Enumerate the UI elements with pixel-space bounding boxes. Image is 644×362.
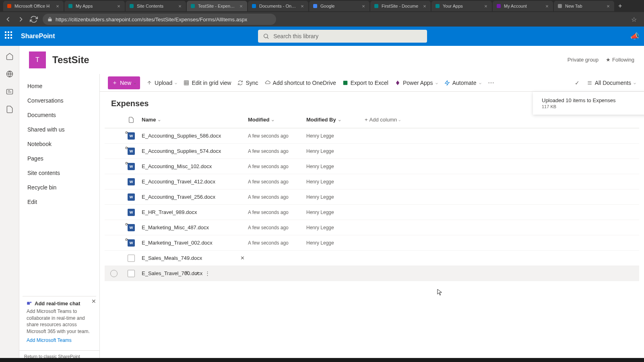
home-icon[interactable] [6,52,14,60]
details-toggle-icon[interactable]: ✓ [575,80,580,86]
chevron-down-icon: ⌵ [339,118,341,122]
address-bar[interactable]: https://citizenbuilders.sharepoint.com/s… [43,14,276,25]
select-circle[interactable] [110,270,118,277]
favicon [496,3,502,9]
nav-item[interactable]: Site contents [19,166,99,180]
suite-app-name[interactable]: SharePoint [21,33,55,40]
table-row[interactable]: W E_Accounting_Travel_412.docx A few sec… [105,174,639,189]
file-name[interactable]: E_HR_Travel_989.docx [142,209,197,215]
browser-tab[interactable]: Google× [309,1,369,11]
browser-tab[interactable]: My Account× [493,1,553,11]
plus-icon: ＋ [112,79,118,86]
nav-item[interactable]: Documents [19,108,99,122]
table-row[interactable]: W⟳ E_Marketing_Misc_487.docx A few secon… [105,220,639,235]
file-name[interactable]: E_Accounting_Travel_256.docx [142,194,215,200]
automate-button[interactable]: Automate ⌵ [444,80,481,86]
browser-tab[interactable]: Site Contents× [126,1,186,11]
browser-tab[interactable]: TestSite - Expenses× [187,1,247,11]
new-button[interactable]: ＋ New ⌵ [108,76,140,89]
nav-item[interactable]: Pages [19,151,99,166]
file-name[interactable]: E_Marketing_Misc_487.docx [142,224,209,230]
browser-tab[interactable]: My Apps× [64,1,125,11]
teams-icon [27,300,32,306]
export-excel-button[interactable]: Export to Excel [343,80,388,86]
following-button[interactable]: ★ Following [606,57,634,63]
nav-item[interactable]: Shared with us [19,122,99,137]
globe-icon[interactable] [6,70,14,78]
share-arrow-icon[interactable]: ↗ [195,270,199,276]
close-icon[interactable]: × [177,3,183,9]
close-icon[interactable]: × [483,3,489,9]
table-row[interactable]: W⟳ E_Accounting_Supplies_574.docx A few … [105,144,639,159]
view-selector[interactable]: All Documents ⌵ [587,80,636,86]
browser-tab[interactable]: Documents - OneD× [248,1,308,11]
forward-button[interactable] [17,15,25,23]
more-icon[interactable]: ⋮ [205,270,210,276]
close-icon[interactable]: × [605,3,611,9]
more-button[interactable]: ⋯ [488,79,495,86]
chevron-down-icon: ⌵ [479,80,481,85]
close-icon[interactable]: × [55,3,60,9]
close-icon[interactable]: ✕ [91,298,96,304]
table-row[interactable]: W⟳ E_Accounting_Misc_102.docx A few seco… [105,159,639,174]
table-row[interactable]: W⟳ E_Accounting_Supplies_586.docx A few … [105,128,639,144]
column-modified[interactable]: Modified ⌵ [248,117,306,123]
close-icon[interactable]: × [422,3,427,9]
site-logo[interactable]: T [29,51,46,68]
add-column-button[interactable]: + Add column ⌵ [365,117,400,123]
excel-icon [343,80,348,86]
bookmark-star-icon[interactable]: ☆ [631,16,640,23]
file-name[interactable]: E_Accounting_Supplies_574.docx [142,148,221,154]
megaphone-icon[interactable]: 📣 [630,32,639,41]
column-name[interactable]: Name ⌵ [139,117,248,123]
site-nav: HomeConversationsDocumentsShared with us… [19,74,100,362]
nav-item[interactable]: Edit [19,195,99,209]
close-icon[interactable]: × [238,3,244,9]
browser-tab-strip: Microsoft Office H×My Apps×Site Contents… [0,0,644,12]
table-row[interactable]: W E_HR_Travel_989.docx A few seconds ago… [105,205,639,220]
file-name[interactable]: E_Accounting_Supplies_586.docx [142,133,221,139]
nav-item[interactable]: Conversations [19,93,99,108]
file-name[interactable]: E_Accounting_Misc_102.docx [142,163,212,169]
browser-tab[interactable]: New Tab× [554,1,614,11]
browser-tab[interactable]: Microsoft Office H× [3,1,64,11]
file-name[interactable]: E_Sales_Meals_749.docx [142,255,202,261]
nav-item[interactable]: Notebook [19,137,99,151]
add-shortcut-button[interactable]: Add shortcut to OneDrive [265,80,336,86]
close-icon[interactable]: × [299,3,305,9]
browser-tab[interactable]: Your Apps× [431,1,492,11]
powerapps-button[interactable]: Power Apps ⌵ [395,80,438,86]
share-icon[interactable]: ⇱ [185,270,189,276]
sync-icon [237,80,243,86]
file-name[interactable]: E_Accounting_Travel_412.docx [142,179,215,185]
search-input[interactable]: Search this library [258,30,427,43]
site-name[interactable]: TestSite [52,54,89,66]
modified-by-cell: Henry Legge [306,179,334,185]
back-button[interactable] [4,15,12,23]
upload-button[interactable]: Upload ⌵ [147,80,177,86]
browser-tab[interactable]: FirstSite - Docume× [370,1,431,11]
file-name[interactable]: E_Marketing_Travel_002.docx [142,240,213,246]
new-tab-button[interactable]: + [615,2,625,10]
site-header: T TestSite Private group ★ Following [19,46,644,74]
table-row[interactable]: W E_Accounting_Travel_256.docx A few sec… [105,189,639,205]
favicon [129,3,134,9]
nav-item[interactable]: Home [19,79,99,93]
upload-toast: Uploaded 10 items to Expenses 117 KB [533,92,644,115]
edit-grid-button[interactable]: Edit in grid view [184,80,231,86]
nav-item[interactable]: Recycle bin [19,180,99,195]
reload-button[interactable] [30,15,38,23]
table-row[interactable]: E_Sales_Travel_700.docx⇱↗⋮ [105,266,639,281]
close-icon[interactable]: × [116,3,122,9]
close-icon[interactable]: × [544,3,550,9]
toast-title: Uploaded 10 items to Expenses [542,97,638,103]
close-icon[interactable]: × [361,3,366,9]
app-launcher-icon[interactable] [5,31,14,41]
news-icon[interactable] [6,88,14,96]
files-icon[interactable] [6,105,14,113]
table-row[interactable]: E_Sales_Meals_749.docx✕ [105,251,639,266]
table-row[interactable]: W⟳ E_Marketing_Travel_002.docx A few sec… [105,235,639,251]
add-teams-link[interactable]: Add Microsoft Teams [27,337,92,343]
sync-button[interactable]: Sync [237,80,258,86]
column-modified-by[interactable]: Modified By ⌵ [306,117,365,123]
